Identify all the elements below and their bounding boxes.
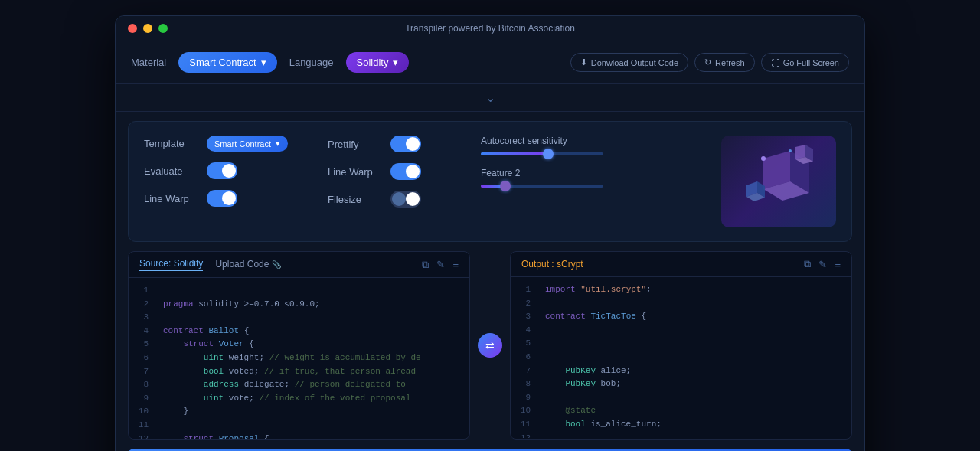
chevron-down-icon[interactable]: ⌄: [485, 90, 495, 105]
source-tab[interactable]: Source: Solidity: [139, 258, 203, 271]
chevron-section: ⌄: [116, 84, 864, 112]
autocorrect-slider[interactable]: [481, 152, 603, 155]
output-code-content: import "util.scrypt"; contract TicTacToe…: [537, 277, 851, 438]
refresh-icon: ↻: [704, 57, 711, 67]
autocorrect-label: Autocorect sensitivity: [481, 136, 706, 146]
code-section: Source: Solidity Upload Code 📎 ⧉ ✎ ≡ 123…: [128, 251, 852, 440]
output-label: Output : sCrypt: [521, 259, 583, 270]
source-code-content: pragma solidity >=0.7.0 <0.9.0; contract…: [155, 278, 469, 439]
output-line-numbers: 12345 678910 1112131415 16171819: [511, 277, 537, 438]
template-label: Template: [144, 138, 198, 149]
linewarp-right-toggle[interactable]: [390, 163, 421, 180]
toolbar-actions: ⬇ Donwload Output Code ↻ Refresh ⛶ Go Fu…: [570, 53, 849, 72]
app-window: Transpiler powered by Bitcoin Associatio…: [115, 15, 865, 451]
3d-visual: [721, 136, 836, 227]
source-code-body: 12345 678910 1112131415 161718 pragma so…: [129, 278, 469, 439]
menu-icon[interactable]: ≡: [452, 259, 459, 270]
linewarp-right-label: Line Warp: [328, 166, 381, 178]
minimize-button[interactable]: [143, 24, 152, 33]
language-dropdown[interactable]: Solidity ▾: [346, 52, 410, 73]
close-button[interactable]: [128, 24, 137, 33]
linewarp-right-row: Line Warp: [328, 163, 466, 180]
window-title: Transpiler powered by Bitcoin Associatio…: [405, 23, 575, 34]
output-header: Output : sCrypt ⧉ ✎ ≡: [511, 252, 851, 277]
toolbar: Material Smart Contract ▾ Language Solid…: [116, 41, 864, 84]
autocorrect-section: Autocorect sensitivity: [481, 136, 706, 155]
filesize-toggle[interactable]: [390, 191, 421, 208]
linewarp-left-toggle[interactable]: [207, 190, 237, 207]
edit-icon[interactable]: ✎: [436, 259, 445, 270]
feature2-label: Feature 2: [481, 168, 706, 178]
refresh-btn[interactable]: ↻ Refresh: [694, 53, 755, 72]
evaluate-label: Evaluate: [144, 165, 198, 177]
prettify-row: Prettify: [328, 136, 466, 152]
feature2-section: Feature 2: [481, 168, 706, 188]
download-icon: ⬇: [580, 57, 587, 67]
settings-right-panel: Autocorect sensitivity Feature 2: [481, 136, 706, 188]
output-menu-icon[interactable]: ≡: [835, 259, 841, 270]
svg-point-10: [789, 149, 792, 152]
maximize-button[interactable]: [158, 24, 168, 33]
cube-svg: [733, 143, 825, 220]
fullscreen-icon: ⛶: [771, 58, 779, 67]
prettify-toggle[interactable]: [390, 136, 421, 152]
source-line-numbers: 12345 678910 1112131415 161718: [129, 278, 155, 439]
material-label: Material: [131, 57, 166, 68]
feature2-slider[interactable]: [481, 185, 603, 188]
template-dropdown[interactable]: Smart Contract ▾: [207, 136, 288, 152]
switch-panels-button[interactable]: ⇄: [478, 333, 502, 358]
evaluate-toggle[interactable]: [207, 162, 237, 179]
filesize-row: Filesize: [328, 191, 466, 208]
source-panel: Source: Solidity Upload Code 📎 ⧉ ✎ ≡ 123…: [128, 251, 470, 440]
source-header: Source: Solidity Upload Code 📎 ⧉ ✎ ≡: [129, 252, 469, 278]
upload-tab[interactable]: Upload Code 📎: [215, 259, 280, 271]
filesize-label: Filesize: [328, 194, 381, 205]
title-bar: Transpiler powered by Bitcoin Associatio…: [116, 16, 864, 41]
output-code-body: 12345 678910 1112131415 16171819 import …: [511, 277, 851, 438]
linewarp-left-row: Line Warp: [144, 190, 312, 207]
copy-icon[interactable]: ⧉: [422, 259, 429, 271]
output-copy-icon[interactable]: ⧉: [804, 258, 811, 270]
evaluate-row: Evaluate: [144, 162, 312, 179]
template-row: Template Smart Contract ▾: [144, 136, 312, 152]
output-panel: Output : sCrypt ⧉ ✎ ≡ 12345 678910 11121…: [510, 251, 852, 440]
material-dropdown[interactable]: Smart Contract ▾: [178, 52, 276, 73]
settings-middle: Prettify Line Warp Filesize: [328, 136, 466, 208]
settings-left: Template Smart Contract ▾ Evaluate Line …: [144, 136, 312, 207]
linewarp-left-label: Line Warp: [144, 193, 198, 204]
svg-marker-3: [795, 145, 805, 159]
download-btn[interactable]: ⬇ Donwload Output Code: [570, 53, 688, 72]
output-edit-icon[interactable]: ✎: [818, 259, 827, 270]
prettify-label: Prettify: [328, 139, 381, 150]
fullscreen-btn[interactable]: ⛶ Go Full Screen: [761, 53, 849, 72]
switch-icon: ⇄: [485, 339, 495, 351]
svg-point-9: [761, 156, 766, 161]
language-label: Language: [289, 57, 334, 68]
settings-panel: Template Smart Contract ▾ Evaluate Line …: [128, 121, 852, 242]
